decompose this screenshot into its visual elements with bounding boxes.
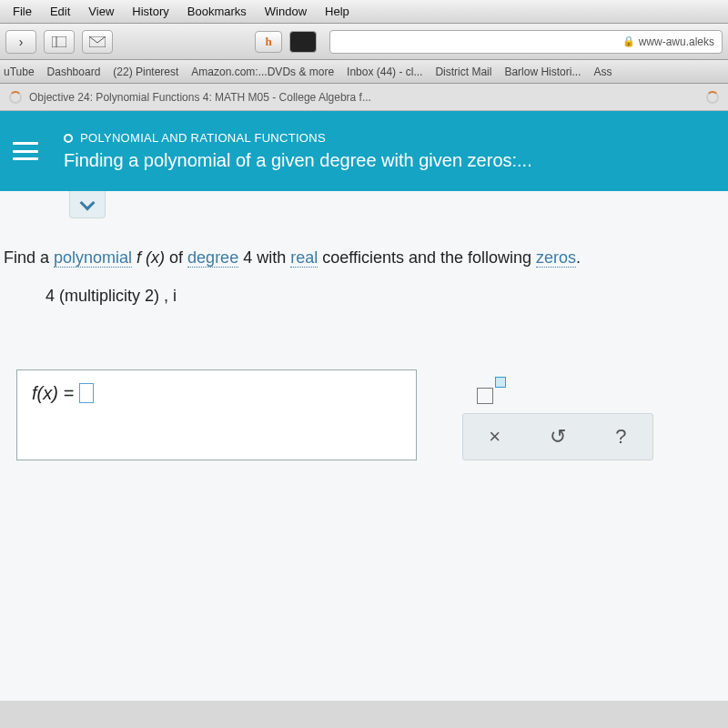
breadcrumb-text: POLYNOMIAL AND RATIONAL FUNCTIONS	[80, 131, 326, 145]
bookmark-item[interactable]: Ass	[593, 66, 612, 78]
menu-window[interactable]: Window	[256, 5, 316, 18]
polynomial-link[interactable]: polynomial	[54, 248, 132, 268]
bookmark-item[interactable]: Inbox (44) - cl...	[347, 66, 422, 78]
bookmark-item[interactable]: Dashboard	[47, 66, 101, 78]
tool-row-exponent	[462, 369, 653, 413]
honey-button[interactable]: h	[255, 31, 282, 53]
hamburger-menu-icon[interactable]	[13, 142, 38, 160]
menu-help[interactable]: Help	[316, 5, 359, 18]
page-title: Finding a polynomial of a given degree w…	[64, 150, 715, 171]
mail-button[interactable]	[82, 30, 113, 54]
zeros-link[interactable]: zeros	[536, 248, 576, 268]
q-text: 4 with	[238, 248, 290, 267]
bookmark-item[interactable]: Barlow Histori...	[504, 66, 581, 78]
tab-title[interactable]: Objective 24: Polynomial Functions 4: MA…	[29, 91, 371, 104]
q-text: coefficients and the following	[318, 248, 536, 267]
exponent-button[interactable]	[475, 377, 508, 406]
url-field[interactable]: 🔒 www-awu.aleks	[329, 30, 723, 54]
bookmark-item[interactable]: District Mail	[435, 66, 491, 78]
clear-button[interactable]: ×	[481, 425, 509, 449]
q-text: Find a	[4, 248, 54, 267]
breadcrumb: POLYNOMIAL AND RATIONAL FUNCTIONS	[64, 131, 715, 145]
menu-bookmarks[interactable]: Bookmarks	[178, 5, 256, 18]
answer-slot[interactable]	[79, 383, 94, 403]
menu-view[interactable]: View	[79, 5, 123, 18]
answer-area: f(x) = × ↺ ?	[0, 306, 728, 460]
given-zeros: 4 (multiplicity 2) , i	[0, 270, 728, 306]
bookmark-item[interactable]: (22) Pinterest	[113, 66, 178, 78]
svg-rect-0	[52, 36, 66, 47]
menu-edit[interactable]: Edit	[41, 5, 79, 18]
answer-input-box[interactable]: f(x) =	[16, 369, 417, 460]
chevron-down-icon	[80, 195, 96, 210]
back-forward-button[interactable]: ›	[5, 30, 36, 54]
question-text: Find a polynomial f (x) of degree 4 with…	[0, 191, 728, 270]
tool-row-actions: × ↺ ?	[462, 413, 653, 460]
mail-icon	[89, 36, 106, 47]
bookmarks-bar: uTube Dashboard (22) Pinterest Amazon.co…	[0, 60, 728, 84]
url-text: www-awu.aleks	[639, 35, 714, 48]
menu-history[interactable]: History	[123, 5, 177, 18]
loading-spinner-icon	[706, 91, 719, 104]
topic-banner: POLYNOMIAL AND RATIONAL FUNCTIONS Findin…	[0, 111, 728, 191]
exponent-sup-icon	[495, 377, 506, 388]
reset-button[interactable]: ↺	[544, 425, 571, 449]
loading-spinner-icon	[9, 91, 22, 104]
q-text: .	[576, 248, 581, 267]
q-fx: f (x)	[132, 248, 165, 267]
sidebar-icon	[52, 36, 66, 47]
lock-icon: 🔒	[622, 35, 635, 47]
bookmark-item[interactable]: Amazon.com:...DVDs & more	[191, 66, 334, 78]
os-menubar: File Edit View History Bookmarks Window …	[0, 0, 728, 24]
menu-file[interactable]: File	[4, 5, 41, 18]
q-text: of	[165, 248, 187, 267]
exponent-base-icon	[477, 388, 493, 404]
browser-tabbar: Objective 24: Polynomial Functions 4: MA…	[0, 84, 728, 111]
real-link[interactable]: real	[290, 248, 318, 268]
help-button[interactable]: ?	[607, 425, 634, 449]
sidebar-button[interactable]	[44, 30, 75, 54]
extension-button[interactable]	[289, 31, 317, 53]
degree-link[interactable]: degree	[187, 248, 238, 268]
bookmark-item[interactable]: uTube	[4, 66, 35, 78]
content-area: Find a polynomial f (x) of degree 4 with…	[0, 191, 728, 701]
answer-lhs: f(x) =	[32, 383, 74, 404]
tool-panel: × ↺ ?	[462, 369, 653, 460]
circle-icon	[64, 134, 73, 143]
browser-toolbar: › h 🔒 www-awu.aleks	[0, 24, 728, 60]
given-text: 4 (multiplicity 2) , i	[46, 287, 177, 305]
expand-toggle[interactable]	[69, 191, 106, 218]
